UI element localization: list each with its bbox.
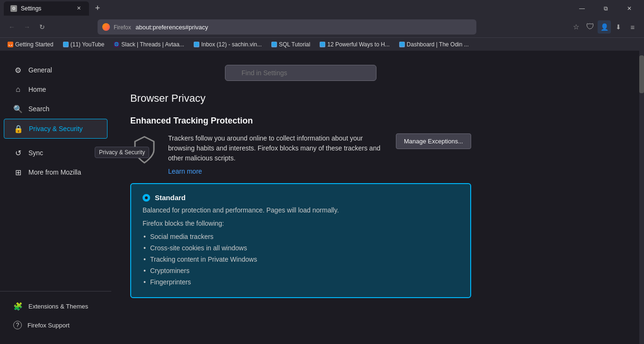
sidebar-label-support: Firefox Support	[27, 322, 70, 329]
reload-button[interactable]: ↻	[35, 20, 49, 34]
nav-buttons: ← → ↻	[5, 20, 49, 34]
sync-account-button[interactable]: 👤	[598, 20, 611, 34]
block-item-1: Social media trackers	[150, 231, 459, 242]
tracking-description: Trackers follow you around online to col…	[168, 133, 386, 176]
sidebar: ⚙ General ⌂ Home 🔍 Search 🔒 Privacy & Se…	[0, 51, 111, 344]
settings-tab[interactable]: ⚙ Settings ✕	[4, 1, 89, 16]
option-desc: Balanced for protection and performance.…	[143, 206, 459, 214]
general-icon: ⚙	[13, 65, 23, 75]
find-settings-bar: 🔍	[130, 65, 471, 81]
content-inner: 🔍 Browser Privacy Enhanced Tracking Prot…	[111, 51, 490, 312]
tracking-protection-row: Trackers follow you around online to col…	[130, 133, 471, 176]
bookmark-label-sql: SQL Tutorial	[279, 41, 310, 48]
sidebar-label-sync: Sync	[28, 149, 43, 157]
bookmark-label-getting-started: Getting Started	[15, 41, 54, 48]
maximize-button[interactable]: ⧉	[595, 1, 617, 16]
tracking-desc-text: Trackers follow you around online to col…	[168, 133, 386, 163]
address-url: about:preferences#privacy	[135, 24, 208, 31]
sidebar-label-search: Search	[28, 105, 49, 113]
blocks-title: Firefox blocks the following:	[143, 220, 459, 227]
sync-icon: ↺	[13, 148, 23, 158]
page-title: Browser Privacy	[130, 92, 471, 105]
sidebar-label-privacy: Privacy & Security	[29, 125, 83, 132]
bookmark-favicon-getting-started: 🦊	[8, 42, 13, 47]
home-icon: ⌂	[13, 85, 23, 94]
address-bar[interactable]: Firefox about:preferences#privacy	[98, 19, 476, 35]
sidebar-label-more-mozilla: More from Mozilla	[28, 168, 81, 176]
downloads-icon[interactable]: ⬇	[612, 20, 625, 34]
navigation-bar: ← → ↻ Firefox about:preferences#privacy …	[0, 17, 644, 37]
section-title: Enhanced Tracking Protection	[130, 116, 471, 126]
firefox-logo	[102, 23, 110, 31]
block-item-5: Fingerprinters	[150, 276, 459, 288]
sidebar-item-search[interactable]: 🔍 Search	[4, 99, 107, 118]
shield-nav-icon[interactable]: 🛡	[583, 20, 597, 34]
learn-more-link[interactable]: Learn more	[168, 168, 202, 175]
sidebar-nav: ⚙ General ⌂ Home 🔍 Search 🔒 Privacy & Se…	[0, 60, 111, 286]
tab-favicon: ⚙	[10, 5, 17, 12]
extensions-icon: 🧩	[13, 301, 23, 311]
main-area: ⚙ General ⌂ Home 🔍 Search 🔒 Privacy & Se…	[0, 51, 644, 344]
address-protocol: Firefox	[114, 24, 131, 31]
bookmark-12powerful[interactable]: 🌐 12 Powerful Ways to H...	[316, 40, 394, 49]
bookmark-favicon-slack: 🌐	[114, 42, 119, 47]
new-tab-button[interactable]: +	[91, 2, 104, 15]
manage-exceptions-button[interactable]: Manage Exceptions...	[396, 133, 471, 149]
bookmark-label-12powerful: 12 Powerful Ways to H...	[327, 41, 390, 48]
bookmark-slack[interactable]: 🌐 Slack | Threads | Avtaa...	[110, 40, 188, 49]
search-sidebar-icon: 🔍	[13, 104, 23, 114]
sidebar-item-more-mozilla[interactable]: ⊞ More from Mozilla	[4, 163, 107, 182]
sidebar-item-sync[interactable]: ↺ Sync	[4, 143, 107, 162]
sidebar-label-home: Home	[28, 86, 46, 93]
sidebar-item-support[interactable]: ? Firefox Support	[4, 316, 107, 334]
bookmark-favicon-inbox: 🌐	[194, 42, 199, 47]
title-bar: ⚙ Settings ✕ + — ⧉ ✕	[0, 0, 644, 17]
privacy-tooltip: Privacy & Security	[95, 147, 149, 158]
find-settings-wrapper: 🔍	[225, 65, 376, 81]
sidebar-label-extensions: Extensions & Themes	[28, 303, 88, 310]
minimize-button[interactable]: —	[571, 1, 593, 16]
bookmark-label-inbox: Inbox (12) - sachin.vin...	[201, 41, 262, 48]
bookmark-favicon-sql: 🌐	[271, 42, 277, 47]
bookmark-dashboard[interactable]: 🌐 Dashboard | The Odin ...	[395, 40, 473, 49]
blocks-list: Social media trackers Cross-site cookies…	[143, 231, 459, 288]
bookmark-sql[interactable]: 🌐 SQL Tutorial	[268, 40, 314, 49]
tab-close-button[interactable]: ✕	[75, 5, 82, 12]
bookmark-label-dashboard: Dashboard | The Odin ...	[407, 41, 469, 48]
standard-option-box: Standard Balanced for protection and per…	[130, 183, 471, 298]
bookmark-label-slack: Slack | Threads | Avtaa...	[121, 41, 184, 48]
hamburger-menu-button[interactable]: ≡	[626, 20, 639, 34]
block-item-3: Tracking content in Private Windows	[150, 254, 459, 265]
bookmark-youtube[interactable]: 🌐 (11) YouTube	[59, 40, 108, 49]
sidebar-bottom: 🧩 Extensions & Themes ? Firefox Support	[0, 291, 111, 335]
bookmark-star-icon[interactable]: ☆	[569, 20, 582, 34]
sidebar-item-extensions[interactable]: 🧩 Extensions & Themes	[4, 297, 107, 316]
bookmark-favicon-12powerful: 🌐	[320, 42, 325, 47]
block-item-4: Cryptominers	[150, 265, 459, 276]
back-button[interactable]: ←	[5, 20, 19, 34]
window-controls: — ⧉ ✕	[571, 1, 640, 16]
bookmark-favicon-youtube: 🌐	[63, 42, 69, 47]
option-title: Standard	[155, 194, 186, 202]
scrollbar-thumb[interactable]	[639, 55, 644, 93]
address-text: Firefox about:preferences#privacy	[114, 24, 208, 31]
bookmark-getting-started[interactable]: 🦊 Getting Started	[4, 40, 57, 49]
bookmarks-bar: 🦊 Getting Started 🌐 (11) YouTube 🌐 Slack…	[0, 37, 644, 51]
bookmark-inbox[interactable]: 🌐 Inbox (12) - sachin.vin...	[190, 40, 266, 49]
tab-area: ⚙ Settings ✕ +	[4, 1, 571, 16]
sidebar-item-privacy[interactable]: 🔒 Privacy & Security	[4, 119, 107, 139]
find-settings-input[interactable]	[225, 65, 376, 81]
standard-radio-button[interactable]	[143, 194, 150, 202]
sidebar-item-general[interactable]: ⚙ General	[4, 61, 107, 79]
tab-title: Settings	[21, 5, 71, 12]
scrollbar-track[interactable]	[639, 51, 644, 344]
option-header: Standard	[143, 194, 459, 202]
forward-button[interactable]: →	[20, 20, 34, 34]
support-icon: ?	[13, 321, 22, 329]
content-area: 🔍 Browser Privacy Enhanced Tracking Prot…	[111, 51, 644, 344]
block-item-2: Cross-site cookies in all windows	[150, 242, 459, 254]
close-window-button[interactable]: ✕	[618, 1, 640, 16]
sidebar-label-general: General	[28, 66, 52, 74]
mozilla-icon: ⊞	[13, 168, 23, 177]
sidebar-item-home[interactable]: ⌂ Home	[4, 80, 107, 99]
